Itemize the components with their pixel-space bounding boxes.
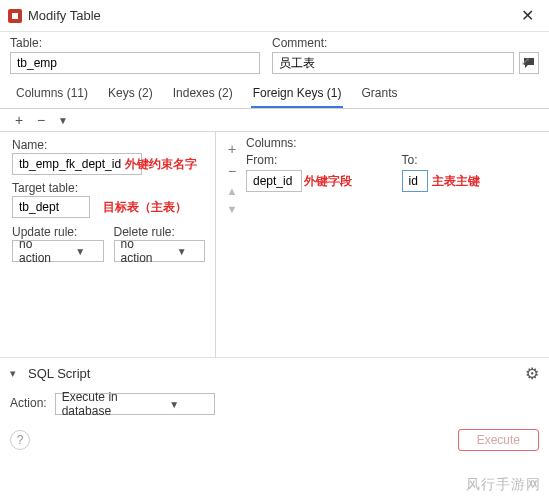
from-column-input[interactable]	[246, 170, 302, 192]
sql-script-label: SQL Script	[28, 366, 525, 381]
tab-keys[interactable]: Keys (2)	[106, 82, 155, 108]
chevron-down-icon: ▼	[58, 246, 103, 257]
chevron-down-icon: ▼	[135, 399, 214, 410]
remove-column-button[interactable]: −	[228, 163, 236, 179]
comment-input[interactable]	[272, 52, 514, 74]
add-column-button[interactable]: +	[228, 141, 236, 157]
delete-rule-value: no action	[115, 237, 160, 265]
add-fk-button[interactable]: +	[12, 112, 26, 128]
move-up-button[interactable]: ▲	[227, 185, 238, 197]
tab-grants[interactable]: Grants	[359, 82, 399, 108]
target-table-label: Target table:	[12, 181, 205, 195]
chevron-down-icon: ▼	[159, 246, 204, 257]
target-table-input[interactable]	[12, 196, 90, 218]
watermark-text: 风行手游网	[466, 476, 541, 494]
tab-indexes[interactable]: Indexes (2)	[171, 82, 235, 108]
comment-label: Comment:	[272, 36, 539, 50]
fk-menu-caret-icon[interactable]: ▼	[56, 115, 70, 126]
tab-columns[interactable]: Columns (11)	[14, 82, 90, 108]
sql-script-toggle[interactable]: ▾ SQL Script ⚙	[0, 357, 549, 389]
tab-foreign-keys[interactable]: Foreign Keys (1)	[251, 82, 344, 108]
close-button[interactable]: ✕	[513, 6, 541, 25]
remove-fk-button[interactable]: −	[34, 112, 48, 128]
update-rule-value: no action	[13, 237, 58, 265]
annotation-to: 主表主键	[432, 173, 480, 190]
to-label: To:	[402, 153, 544, 167]
window-title: Modify Table	[28, 8, 513, 23]
to-column-input[interactable]	[402, 170, 428, 192]
tab-strip: Columns (11) Keys (2) Indexes (2) Foreig…	[0, 76, 549, 109]
delete-rule-select[interactable]: no action ▼	[114, 240, 206, 262]
fk-toolbar: + − ▼	[0, 109, 549, 131]
expand-icon[interactable]: ⤢	[521, 55, 535, 69]
fk-name-input[interactable]	[12, 153, 142, 175]
app-icon	[8, 9, 22, 23]
table-label: Table:	[10, 36, 260, 50]
update-rule-select[interactable]: no action ▼	[12, 240, 104, 262]
table-input[interactable]	[10, 52, 260, 74]
action-select[interactable]: Execute in database ▼	[55, 393, 215, 415]
from-label: From:	[246, 153, 388, 167]
chevron-down-icon: ▾	[10, 367, 24, 380]
annotation-from: 外键字段	[304, 173, 352, 190]
execute-button[interactable]: Execute	[458, 429, 539, 451]
columns-label: Columns:	[246, 136, 543, 150]
move-down-button[interactable]: ▼	[227, 203, 238, 215]
help-button[interactable]: ?	[10, 430, 30, 450]
title-bar: Modify Table ✕	[0, 0, 549, 32]
action-label: Action:	[10, 396, 47, 410]
name-label: Name:	[12, 138, 205, 152]
gear-icon[interactable]: ⚙	[525, 364, 539, 383]
action-value: Execute in database	[56, 390, 135, 418]
annotation-target: 目标表（主表）	[103, 199, 187, 216]
